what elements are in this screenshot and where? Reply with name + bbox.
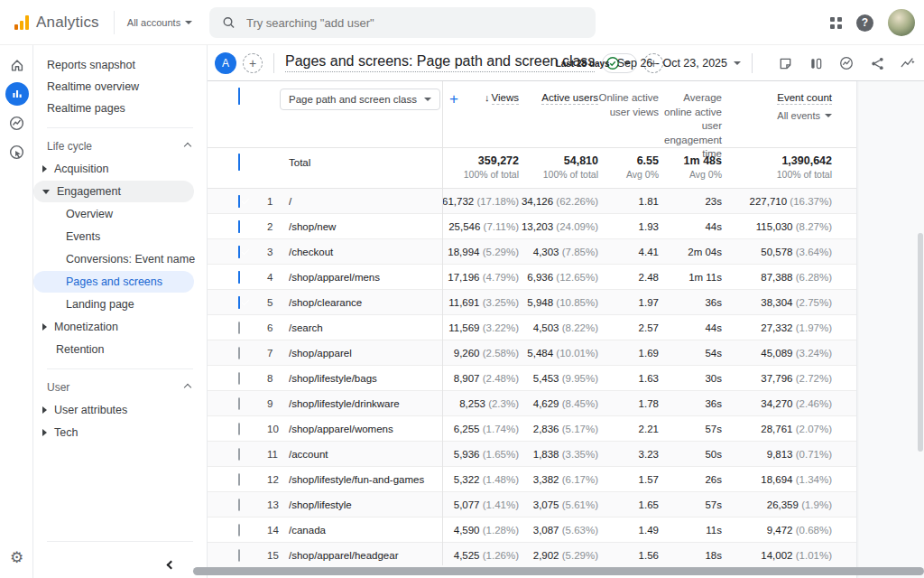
row-checkbox[interactable] bbox=[238, 473, 240, 486]
table-toolbar: Page path and screen class + ↓Views Acti… bbox=[208, 81, 856, 147]
table-row: 12 /shop/lifestyle/fun-and-games 5,322 (… bbox=[208, 467, 856, 492]
nav-realtime-pages[interactable]: Realtime pages bbox=[33, 98, 207, 119]
total-checkbox[interactable] bbox=[238, 154, 240, 171]
row-rank: 9 bbox=[258, 398, 289, 409]
nav-pages-and-screens[interactable]: Pages and screens bbox=[33, 271, 194, 293]
table-total-row: Total 359,272100% of total 54,810100% of… bbox=[208, 147, 856, 189]
row-page-path: /account bbox=[289, 449, 442, 460]
row-rank: 10 bbox=[258, 424, 289, 434]
insights-icon[interactable] bbox=[836, 52, 857, 74]
main-content: A + Pages and screens: Page path and scr… bbox=[208, 45, 924, 578]
settings-gear-icon[interactable]: ⚙ bbox=[0, 548, 33, 567]
add-comparison-button[interactable]: + bbox=[243, 53, 263, 73]
row-page-path: /shop/apparel/mens bbox=[289, 272, 442, 283]
header-divider bbox=[273, 53, 274, 73]
nav-engagement-overview[interactable]: Overview bbox=[33, 203, 207, 225]
column-header-avg-time[interactable]: Average online active user engagement ti… bbox=[659, 89, 722, 162]
help-icon[interactable]: ? bbox=[856, 14, 873, 32]
nav-events[interactable]: Events bbox=[33, 226, 207, 247]
search-input[interactable] bbox=[246, 16, 583, 30]
row-checkbox[interactable] bbox=[238, 195, 240, 208]
header-divider bbox=[752, 53, 753, 73]
column-divider bbox=[442, 81, 443, 565]
property-avatar[interactable]: A bbox=[215, 52, 236, 74]
nav-realtime-overview[interactable]: Realtime overview bbox=[33, 76, 207, 98]
customize-report-icon[interactable] bbox=[897, 52, 919, 74]
column-header-views[interactable]: ↓Views bbox=[442, 89, 519, 106]
date-range-picker[interactable]: Sep 26 - Oct 23, 2025 bbox=[617, 57, 741, 70]
apps-grid-icon[interactable] bbox=[830, 17, 842, 29]
row-checkbox[interactable] bbox=[238, 499, 240, 511]
row-page-path: /shop/new bbox=[289, 221, 442, 232]
row-page-path: /shop/lifestyle/drinkware bbox=[289, 398, 442, 409]
row-checkbox[interactable] bbox=[238, 372, 240, 385]
table-row: 3 /checkout 18,994 (5.29%) 4,303 (7.85%)… bbox=[208, 239, 856, 265]
report-table-card: Page path and screen class + ↓Views Acti… bbox=[208, 81, 857, 578]
note-icon[interactable] bbox=[774, 52, 796, 74]
nav-engagement[interactable]: Engagement bbox=[33, 181, 194, 202]
explore-icon[interactable] bbox=[0, 108, 33, 137]
share-icon[interactable] bbox=[866, 52, 888, 74]
table-row: 9 /shop/lifestyle/drinkware 8,253 (2.3%)… bbox=[208, 391, 856, 416]
row-rank: 1 bbox=[258, 196, 289, 207]
nav-section-life-cycle[interactable]: Life cycle bbox=[33, 135, 207, 157]
row-checkbox[interactable] bbox=[238, 296, 240, 309]
chevron-down-icon bbox=[185, 21, 192, 24]
vertical-scrollbar[interactable] bbox=[918, 233, 923, 452]
report-title: Pages and screens: Page path and screen … bbox=[285, 53, 595, 72]
column-header-online-views[interactable]: Online active user views bbox=[598, 89, 659, 119]
row-checkbox[interactable] bbox=[238, 220, 240, 233]
total-label: Total bbox=[289, 154, 442, 168]
nav-conversions[interactable]: Conversions: Event name bbox=[33, 248, 207, 270]
chevron-up-icon bbox=[184, 384, 191, 391]
nav-section-user[interactable]: User bbox=[33, 377, 207, 398]
event-filter-dropdown[interactable]: All events bbox=[777, 109, 832, 123]
dimension-selector[interactable]: Page path and screen class bbox=[280, 89, 440, 110]
global-search[interactable] bbox=[209, 7, 596, 38]
nav-monetization[interactable]: Monetization bbox=[33, 316, 207, 338]
row-rank: 2 bbox=[258, 221, 289, 232]
nav-divider bbox=[47, 127, 193, 128]
column-header-active-users[interactable]: Active users bbox=[519, 89, 598, 106]
nav-divider bbox=[47, 541, 193, 542]
expand-right-icon bbox=[42, 165, 47, 172]
select-all-checkbox[interactable] bbox=[238, 88, 240, 105]
user-avatar[interactable] bbox=[888, 9, 915, 36]
nav-acquisition[interactable]: Acquisition bbox=[33, 158, 207, 180]
row-checkbox[interactable] bbox=[238, 271, 240, 284]
reports-icon[interactable] bbox=[0, 79, 33, 108]
comparisons-icon[interactable] bbox=[805, 52, 827, 74]
table-row: 5 /shop/clearance 11,691 (3.25%) 5,948 (… bbox=[208, 290, 856, 315]
search-icon bbox=[222, 15, 236, 30]
table-row: 4 /shop/apparel/mens 17,196 (4.79%) 6,93… bbox=[208, 265, 856, 290]
row-checkbox[interactable] bbox=[238, 549, 240, 562]
row-page-path: /shop/apparel/headgear bbox=[289, 550, 442, 561]
chevron-down-icon bbox=[825, 114, 832, 117]
nav-retention[interactable]: Retention bbox=[33, 339, 207, 360]
row-checkbox[interactable] bbox=[238, 322, 240, 334]
collapse-sidebar-button[interactable] bbox=[168, 558, 174, 571]
row-checkbox[interactable] bbox=[238, 246, 240, 258]
nav-user-attributes[interactable]: User attributes bbox=[33, 399, 207, 421]
row-checkbox[interactable] bbox=[238, 448, 240, 461]
table-row: 7 /shop/apparel 9,260 (2.58%) 5,484 (10.… bbox=[208, 340, 856, 366]
row-rank: 14 bbox=[258, 525, 289, 536]
report-nav: Reports snapshot Realtime overview Realt… bbox=[33, 45, 208, 578]
advertising-icon[interactable] bbox=[0, 137, 33, 166]
home-icon[interactable] bbox=[0, 51, 33, 79]
nav-reports-snapshot[interactable]: Reports snapshot bbox=[33, 54, 207, 76]
row-rank: 12 bbox=[258, 474, 289, 485]
row-checkbox[interactable] bbox=[238, 347, 240, 359]
chevron-left-icon bbox=[167, 561, 176, 570]
row-checkbox[interactable] bbox=[238, 423, 240, 435]
table-row: 15 /shop/apparel/headgear 4,525 (1.26%) … bbox=[208, 543, 856, 568]
account-switcher-label: All accounts bbox=[127, 17, 180, 28]
nav-tech[interactable]: Tech bbox=[33, 422, 207, 443]
row-checkbox[interactable] bbox=[238, 524, 240, 536]
horizontal-scrollbar[interactable] bbox=[193, 567, 924, 575]
account-switcher[interactable]: All accounts bbox=[127, 17, 192, 28]
chevron-down-icon bbox=[424, 98, 431, 101]
row-checkbox[interactable] bbox=[238, 397, 240, 410]
column-header-event-count[interactable]: Event count All events bbox=[722, 89, 832, 123]
nav-landing-page[interactable]: Landing page bbox=[33, 294, 207, 315]
